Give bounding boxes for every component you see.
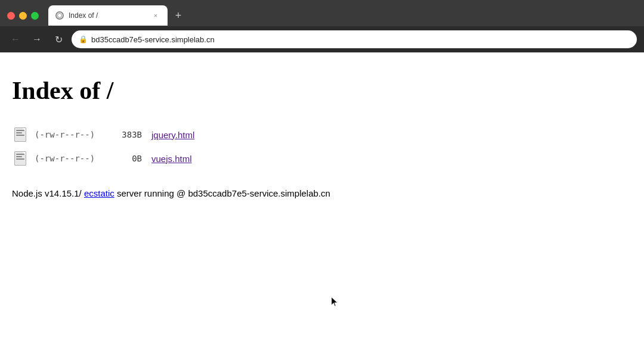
close-window-button[interactable] [7, 12, 15, 20]
url-bar[interactable]: 🔒 bd35ccadb7e5-service.simplelab.cn [72, 30, 637, 48]
file-link-vuejs[interactable]: vuejs.html [151, 154, 192, 164]
tab-favicon [55, 11, 64, 20]
traffic-lights [7, 12, 39, 20]
address-bar: ← → ↻ 🔒 bd35ccadb7e5-service.simplelab.c… [0, 26, 644, 52]
url-text: bd35ccadb7e5-service.simplelab.cn [91, 35, 215, 44]
minimize-window-button[interactable] [19, 12, 27, 20]
back-button[interactable]: ← [7, 31, 24, 48]
footer-suffix: server running @ bd35ccadb7e5-service.si… [114, 188, 330, 198]
page-wrapper: Index of / (-rw-r--r--) 383B jquery.html [0, 52, 644, 358]
lock-icon: 🔒 [79, 35, 88, 43]
file-permissions: (-rw-r--r--) [35, 154, 112, 163]
maximize-window-button[interactable] [31, 12, 39, 20]
tab-title: Index of / [69, 11, 146, 20]
forward-button[interactable]: → [29, 31, 45, 48]
file-icon [12, 126, 29, 143]
tab-bar: Index of / × + [48, 5, 637, 26]
active-tab[interactable]: Index of / × [48, 5, 168, 26]
file-list: (-rw-r--r--) 383B jquery.html (-rw-r--r-… [12, 123, 632, 170]
cursor [331, 297, 338, 310]
file-size: 383B [112, 130, 142, 139]
list-item: (-rw-r--r--) 383B jquery.html [12, 123, 632, 147]
list-item: (-rw-r--r--) 0B vuejs.html [12, 147, 632, 170]
page-content: Index of / (-rw-r--r--) 383B jquery.html [0, 52, 644, 358]
title-bar: Index of / × + [0, 0, 644, 26]
footer-prefix: Node.js v14.15.1/ [12, 188, 84, 198]
file-permissions: (-rw-r--r--) [35, 130, 112, 139]
file-link-jquery[interactable]: jquery.html [151, 130, 194, 140]
ecstatic-link[interactable]: ecstatic [84, 188, 114, 198]
server-info: Node.js v14.15.1/ ecstatic server runnin… [12, 188, 632, 198]
browser-window: Index of / × + ← → ↻ 🔒 bd35ccadb7e5-serv… [0, 0, 644, 358]
reload-button[interactable]: ↻ [50, 31, 67, 48]
file-size: 0B [112, 154, 142, 163]
tab-close-button[interactable]: × [151, 11, 160, 20]
new-tab-button[interactable]: + [170, 7, 187, 24]
page-heading: Index of / [12, 76, 632, 105]
file-icon [12, 150, 29, 167]
